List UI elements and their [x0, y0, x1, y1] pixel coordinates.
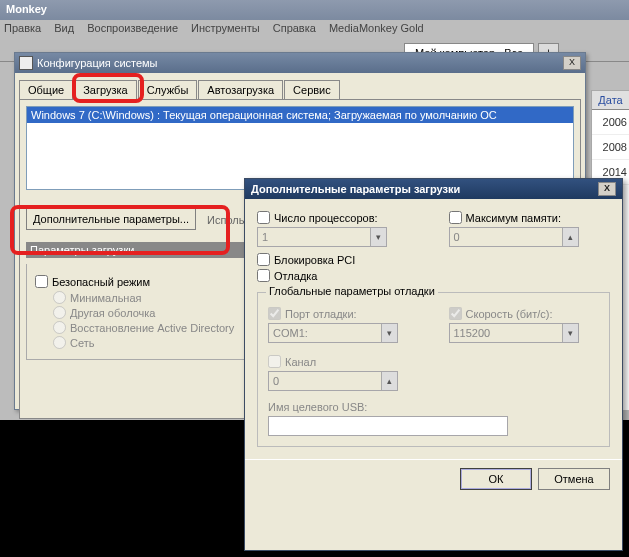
- numproc-value: 1: [262, 231, 268, 243]
- advanced-options-button[interactable]: Дополнительные параметры...: [26, 208, 196, 230]
- menu-tools[interactable]: Инструменты: [191, 22, 260, 34]
- safe-mode-ad-label: Восстановление Active Directory: [70, 322, 234, 334]
- date-cell[interactable]: 2006: [592, 110, 629, 135]
- pcilock-checkbox[interactable]: [257, 253, 270, 266]
- safe-mode-network-label: Сеть: [70, 337, 94, 349]
- safe-mode-ad-radio[interactable]: [53, 321, 66, 334]
- msconfig-titlebar[interactable]: Конфигурация системы X: [15, 53, 585, 73]
- advanced-boot-dialog: Дополнительные параметры загрузки X Числ…: [244, 178, 623, 551]
- maxmem-checkbox[interactable]: [449, 211, 462, 224]
- cancel-button[interactable]: Отмена: [538, 468, 610, 490]
- close-button[interactable]: X: [598, 182, 616, 196]
- safe-mode-altshell-radio[interactable]: [53, 306, 66, 319]
- baud-value: 115200: [454, 327, 491, 339]
- safe-mode-altshell-label: Другая оболочка: [70, 307, 155, 319]
- debugport-label: Порт отладки:: [285, 308, 357, 320]
- channel-input[interactable]: 0 ▴: [268, 371, 398, 391]
- tab-startup[interactable]: Автозагрузка: [198, 80, 283, 100]
- msconfig-tabs: Общие Загрузка Службы Автозагрузка Серви…: [19, 77, 581, 99]
- global-debug-group: Глобальные параметры отладки Порт отладк…: [257, 292, 610, 447]
- close-button[interactable]: X: [563, 56, 581, 70]
- adv-title-text: Дополнительные параметры загрузки: [251, 183, 460, 195]
- debugport-select[interactable]: COM1: ▾: [268, 323, 398, 343]
- menu-playback[interactable]: Воспроизведение: [87, 22, 178, 34]
- os-entry[interactable]: Windows 7 (C:\Windows) : Текущая операци…: [27, 107, 573, 123]
- maxmem-label: Максимум памяти:: [466, 212, 562, 224]
- maxmem-input[interactable]: 0 ▴: [449, 227, 579, 247]
- safe-mode-network-radio[interactable]: [53, 336, 66, 349]
- maxmem-value: 0: [454, 231, 460, 243]
- baud-checkbox[interactable]: [449, 307, 462, 320]
- tab-general[interactable]: Общие: [19, 80, 73, 100]
- debug-label: Отладка: [274, 270, 317, 282]
- menu-help[interactable]: Справка: [273, 22, 316, 34]
- date-header[interactable]: Дата: [592, 91, 629, 110]
- msconfig-title-text: Конфигурация системы: [37, 57, 158, 69]
- app-titlebar: Monkey: [0, 0, 629, 20]
- chevron-down-icon: ▾: [381, 324, 397, 342]
- usb-target-label: Имя целевого USB:: [268, 401, 599, 413]
- channel-value: 0: [273, 375, 279, 387]
- chevron-down-icon: ▾: [370, 228, 386, 246]
- tab-services[interactable]: Службы: [138, 80, 198, 100]
- msconfig-icon: [19, 56, 33, 70]
- numproc-select[interactable]: 1 ▾: [257, 227, 387, 247]
- spinner-icon: ▴: [381, 372, 397, 390]
- usb-target-input[interactable]: [268, 416, 508, 436]
- debugport-value: COM1:: [273, 327, 308, 339]
- debugport-checkbox[interactable]: [268, 307, 281, 320]
- adv-button-row: ОК Отмена: [245, 459, 622, 498]
- ok-button[interactable]: ОК: [460, 468, 532, 490]
- safe-mode-minimal-label: Минимальная: [70, 292, 142, 304]
- baud-label: Скорость (бит/с):: [466, 308, 553, 320]
- numproc-label: Число процессоров:: [274, 212, 378, 224]
- menu-edit[interactable]: Правка: [4, 22, 41, 34]
- date-cell[interactable]: 2008: [592, 135, 629, 160]
- pcilock-label: Блокировка PCI: [274, 254, 355, 266]
- menubar: Правка Вид Воспроизведение Инструменты С…: [0, 20, 629, 40]
- boot-params-group: Безопасный режим Минимальная Другая обол…: [26, 264, 272, 360]
- debug-checkbox[interactable]: [257, 269, 270, 282]
- cut-label: Исполь: [207, 214, 244, 226]
- menu-gold[interactable]: MediaMonkey Gold: [329, 22, 424, 34]
- adv-body: Число процессоров: 1 ▾ Максимум памяти: …: [245, 199, 622, 459]
- safe-mode-checkbox[interactable]: [35, 275, 48, 288]
- baud-select[interactable]: 115200 ▾: [449, 323, 579, 343]
- app-title: Monkey: [6, 3, 47, 15]
- safe-mode-label: Безопасный режим: [52, 276, 150, 288]
- spinner-icon: ▴: [562, 228, 578, 246]
- global-debug-title: Глобальные параметры отладки: [266, 285, 438, 297]
- channel-checkbox[interactable]: [268, 355, 281, 368]
- channel-label: Канал: [285, 356, 316, 368]
- safe-mode-minimal-radio[interactable]: [53, 291, 66, 304]
- background-fill: [0, 420, 244, 557]
- menu-view[interactable]: Вид: [54, 22, 74, 34]
- tab-tools[interactable]: Сервис: [284, 80, 340, 100]
- tab-boot[interactable]: Загрузка: [74, 80, 136, 100]
- chevron-down-icon: ▾: [562, 324, 578, 342]
- numproc-checkbox[interactable]: [257, 211, 270, 224]
- adv-titlebar[interactable]: Дополнительные параметры загрузки X: [245, 179, 622, 199]
